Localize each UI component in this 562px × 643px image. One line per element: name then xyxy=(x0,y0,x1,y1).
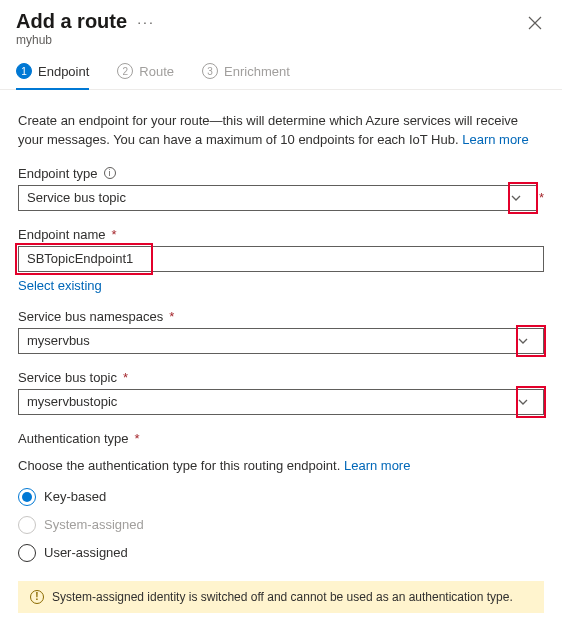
endpoint-name-input[interactable] xyxy=(18,246,544,272)
select-existing-link[interactable]: Select existing xyxy=(18,278,544,293)
radio-label: User-assigned xyxy=(44,545,128,560)
wizard-steps: 1 Endpoint 2 Route 3 Enrichment xyxy=(0,53,562,90)
warning-text: System-assigned identity is switched off… xyxy=(52,590,513,604)
endpoint-name-label: Endpoint name xyxy=(18,227,105,242)
close-icon xyxy=(528,16,542,30)
step-label: Endpoint xyxy=(38,64,89,79)
auth-type-label: Authentication type xyxy=(18,431,129,446)
radio-icon xyxy=(18,544,36,562)
topic-select[interactable]: myservbustopic xyxy=(18,389,544,415)
auth-description: Choose the authentication type for this … xyxy=(18,458,544,473)
step-label: Route xyxy=(139,64,174,79)
auth-radio-system-assigned: System-assigned xyxy=(18,511,544,539)
step-circle: 2 xyxy=(117,63,133,79)
warning-banner: ! System-assigned identity is switched o… xyxy=(18,581,544,613)
page-title: Add a route xyxy=(16,10,127,33)
step-label: Enrichment xyxy=(224,64,290,79)
step-route[interactable]: 2 Route xyxy=(117,63,174,89)
endpoint-type-label: Endpoint type xyxy=(18,166,98,181)
radio-label: System-assigned xyxy=(44,517,144,532)
step-endpoint[interactable]: 1 Endpoint xyxy=(16,63,89,89)
radio-icon xyxy=(18,516,36,534)
namespace-label: Service bus namespaces xyxy=(18,309,163,324)
auth-learn-more-link[interactable]: Learn more xyxy=(344,458,410,473)
chevron-down-icon xyxy=(511,336,535,346)
info-icon[interactable]: i xyxy=(104,167,116,179)
chevron-down-icon xyxy=(511,397,535,407)
topic-label: Service bus topic xyxy=(18,370,117,385)
namespace-select[interactable]: myservbus xyxy=(18,328,544,354)
warning-icon: ! xyxy=(30,590,44,604)
chevron-down-icon xyxy=(504,193,528,203)
radio-label: Key-based xyxy=(44,489,106,504)
learn-more-link[interactable]: Learn more xyxy=(462,132,528,147)
topic-value: myservbustopic xyxy=(27,394,117,409)
intro-text: Create an endpoint for your route—this w… xyxy=(18,112,544,150)
endpoint-type-select[interactable]: Service bus topic xyxy=(18,185,537,211)
endpoint-type-value: Service bus topic xyxy=(27,190,126,205)
more-actions-button[interactable]: ··· xyxy=(137,14,155,30)
auth-radio-user-assigned[interactable]: User-assigned xyxy=(18,539,544,567)
hub-name: myhub xyxy=(16,33,546,47)
step-circle: 1 xyxy=(16,63,32,79)
auth-radio-key-based[interactable]: Key-based xyxy=(18,483,544,511)
step-circle: 3 xyxy=(202,63,218,79)
radio-icon xyxy=(18,488,36,506)
step-enrichment[interactable]: 3 Enrichment xyxy=(202,63,290,89)
namespace-value: myservbus xyxy=(27,333,90,348)
close-button[interactable] xyxy=(524,12,546,37)
